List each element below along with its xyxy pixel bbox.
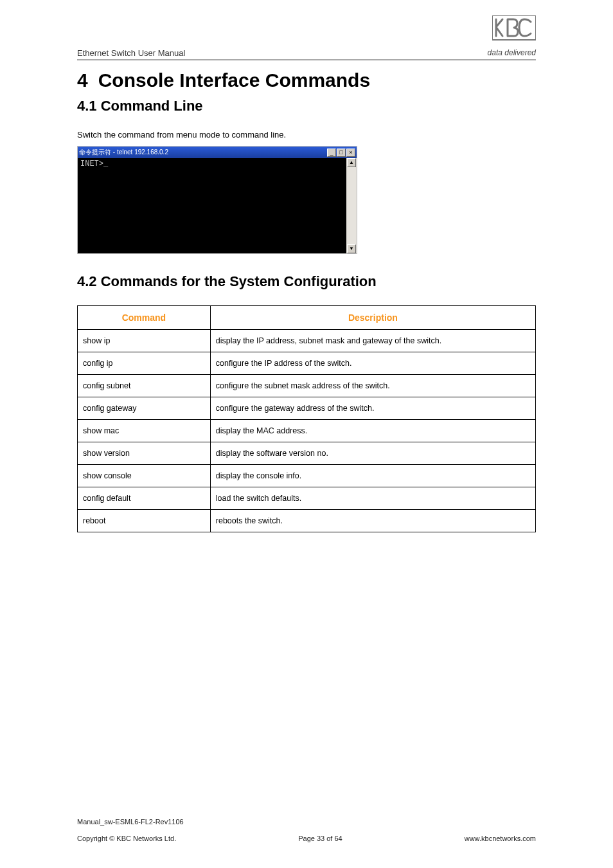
switch-command-text: Switch the command from menu mode to com… bbox=[77, 130, 536, 140]
desc-cell: display the console info. bbox=[210, 465, 535, 487]
desc-cell: display the MAC address. bbox=[210, 420, 535, 442]
cmd-cell: config default bbox=[78, 487, 211, 510]
window-buttons: _ □ × bbox=[327, 149, 355, 157]
page-number: Page 33 of 64 bbox=[298, 835, 342, 842]
table-row: show console display the console info. bbox=[78, 465, 536, 487]
terminal-scrollbar: ▲ ▼ bbox=[346, 158, 357, 253]
page-footer: Manual_sw-ESML6-FL2-Rev1106 Copyright © … bbox=[77, 818, 536, 842]
terminal-titlebar: 命令提示符 - telnet 192.168.0.2 _ □ × bbox=[78, 147, 357, 158]
table-row: config ip configure the IP address of th… bbox=[78, 352, 536, 375]
cmd-cell: config ip bbox=[78, 352, 211, 375]
desc-cell: configure the IP address of the switch. bbox=[210, 352, 535, 375]
scroll-down-icon: ▼ bbox=[347, 244, 356, 253]
table-row: config gateway configure the gateway add… bbox=[78, 397, 536, 420]
table-row: show mac display the MAC address. bbox=[78, 420, 536, 442]
cmd-cell: config gateway bbox=[78, 397, 211, 420]
commands-table: Command Description show ip display the … bbox=[77, 305, 536, 532]
desc-cell: configure the gateway address of the swi… bbox=[210, 397, 535, 420]
th-command: Command bbox=[78, 306, 211, 330]
th-description: Description bbox=[210, 306, 535, 330]
cmd-cell: config subnet bbox=[78, 375, 211, 397]
chapter-heading: 4Console Interface Commands bbox=[77, 69, 536, 91]
terminal-prompt: INET>_ bbox=[80, 159, 108, 168]
maximize-icon: □ bbox=[337, 149, 346, 157]
page-header: Ethernet Switch User Manual data deliver… bbox=[77, 15, 536, 60]
doc-title: Ethernet Switch User Manual bbox=[77, 48, 185, 58]
terminal-window-title: 命令提示符 - telnet 192.168.0.2 bbox=[79, 148, 168, 157]
desc-cell: display the software version no. bbox=[210, 442, 535, 465]
table-row: show ip display the IP address, subnet m… bbox=[78, 330, 536, 352]
terminal-body: INET>_ bbox=[78, 158, 346, 253]
copyright-text: Copyright © KBC Networks Ltd. bbox=[77, 835, 176, 842]
scroll-up-icon: ▲ bbox=[347, 158, 356, 167]
chapter-number: 4 bbox=[77, 69, 88, 91]
table-row: reboot reboots the switch. bbox=[78, 510, 536, 532]
cmd-cell: reboot bbox=[78, 510, 211, 532]
section-4-1-heading: 4.1 Command Line bbox=[77, 98, 536, 114]
table-row: config subnet configure the subnet mask … bbox=[78, 375, 536, 397]
chapter-title: Console Interface Commands bbox=[98, 69, 370, 91]
cmd-cell: show console bbox=[78, 465, 211, 487]
cmd-cell: show version bbox=[78, 442, 211, 465]
terminal-screenshot: 命令提示符 - telnet 192.168.0.2 _ □ × INET>_ … bbox=[77, 146, 357, 254]
table-row: show version display the software versio… bbox=[78, 442, 536, 465]
minimize-icon: _ bbox=[327, 149, 336, 157]
desc-cell: reboots the switch. bbox=[210, 510, 535, 532]
footer-url: www.kbcnetworks.com bbox=[465, 835, 536, 842]
desc-cell: load the switch defaults. bbox=[210, 487, 535, 510]
cmd-cell: show ip bbox=[78, 330, 211, 352]
brand-tagline: data delivered bbox=[488, 48, 536, 57]
brand-block: data delivered bbox=[488, 15, 536, 58]
table-row: config default load the switch defaults. bbox=[78, 487, 536, 510]
desc-cell: configure the subnet mask address of the… bbox=[210, 375, 535, 397]
close-icon: × bbox=[346, 149, 355, 157]
section-4-2-heading: 4.2 Commands for the System Configuratio… bbox=[77, 273, 536, 290]
table-header-row: Command Description bbox=[78, 306, 536, 330]
kbc-logo-icon bbox=[492, 15, 536, 46]
desc-cell: display the IP address, subnet mask and … bbox=[210, 330, 535, 352]
cmd-cell: show mac bbox=[78, 420, 211, 442]
manual-id: Manual_sw-ESML6-FL2-Rev1106 bbox=[77, 818, 536, 826]
